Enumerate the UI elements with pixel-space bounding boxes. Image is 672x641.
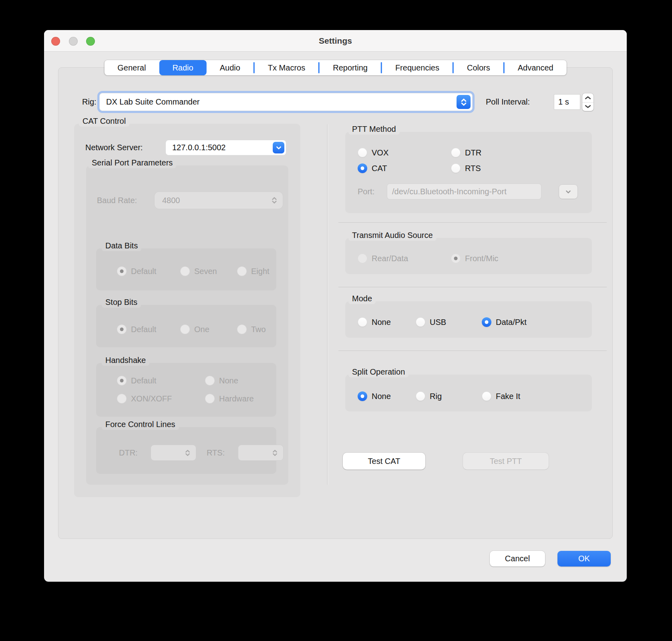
tab-general[interactable]: General [104, 60, 159, 75]
network-server-row: Network Server: [85, 140, 143, 155]
screen: Settings General Radio Audio Tx Macros R… [0, 0, 672, 641]
network-server-label: Network Server: [85, 143, 143, 152]
radio-mode-none[interactable]: None [358, 317, 391, 327]
radio-ptt-dtr[interactable]: DTR [451, 147, 481, 158]
radio-mode-data-pkt[interactable]: Data/Pkt [482, 317, 527, 327]
radio-split-none[interactable]: None [358, 391, 391, 401]
radio-icon [117, 376, 127, 385]
radio-data-bits-default: Default [117, 266, 156, 276]
radio-data-bits-eight: Eight [237, 266, 270, 276]
radio-icon[interactable] [482, 317, 491, 327]
radio-icon[interactable] [451, 148, 461, 157]
section-separator [338, 222, 607, 223]
dtr-row: DTR: [119, 445, 138, 461]
ok-button[interactable]: OK [557, 551, 611, 566]
split-operation-title: Split Operation [348, 366, 408, 377]
radio-data-bits-seven: Seven [180, 266, 217, 276]
stop-bits-title: Stop Bits [102, 296, 141, 308]
mode-title: Mode [348, 293, 376, 304]
radio-ptt-rts[interactable]: RTS [451, 163, 481, 173]
radio-icon[interactable] [358, 148, 367, 157]
data-bits-title: Data Bits [102, 240, 141, 251]
tab-radio[interactable]: Radio [159, 60, 206, 75]
radio-icon[interactable] [358, 163, 367, 173]
cancel-button[interactable]: Cancel [490, 551, 545, 566]
radio-split-fake-it[interactable]: Fake It [482, 391, 520, 401]
ptt-method-title: PTT Method [348, 123, 400, 135]
chevron-up-down-icon [272, 449, 278, 457]
cat-control-title: CAT Control [79, 115, 129, 127]
test-ptt-button: Test PTT [463, 453, 549, 470]
baud-rate-value: 4800 [162, 196, 180, 205]
radio-icon [205, 394, 215, 403]
rig-combo-value: DX Lab Suite Commander [99, 97, 457, 107]
radio-icon[interactable] [416, 317, 425, 327]
radio-icon[interactable] [416, 391, 425, 401]
rig-row: Rig: [82, 93, 97, 111]
radio-stop-bits-default: Default [117, 324, 156, 335]
radio-icon [117, 266, 127, 276]
baud-rate-dropdown: 4800 [154, 191, 283, 209]
radio-icon [180, 266, 190, 276]
tab-audio[interactable]: Audio [207, 60, 254, 75]
radio-icon [237, 266, 247, 276]
section-separator [338, 351, 607, 351]
force-control-lines-title: Force Control Lines [102, 419, 179, 430]
radio-split-rig[interactable]: Rig [416, 391, 442, 401]
radio-icon[interactable] [482, 391, 491, 401]
transmit-audio-source-title: Transmit Audio Source [348, 230, 437, 241]
tab-colors[interactable]: Colors [454, 60, 503, 75]
tab-bar: General Radio Audio Tx Macros Reporting … [104, 60, 566, 75]
radio-stop-bits-one: One [180, 324, 209, 335]
port-field: /dev/cu.Bluetooth-Incoming-Port [387, 183, 541, 200]
baud-rate-row: Baud Rate: [97, 191, 137, 209]
radio-ptt-vox[interactable]: VOX [358, 147, 388, 158]
radio-tas-front-mic: Front/Mic [451, 253, 498, 264]
tab-advanced[interactable]: Advanced [505, 60, 567, 75]
network-server-combo[interactable]: 127.0.0.1:5002 [165, 140, 286, 155]
radio-icon [117, 394, 127, 403]
poll-interval-label: Poll Interval: [486, 97, 530, 107]
handshake-box [96, 363, 276, 417]
tab-reporting[interactable]: Reporting [320, 60, 381, 75]
radio-handshake-default: Default [117, 375, 156, 386]
poll-interval-stepper[interactable] [582, 93, 594, 111]
radio-icon[interactable] [358, 391, 367, 401]
radio-mode-usb[interactable]: USB [416, 317, 446, 327]
radio-handshake-hardware: Hardware [205, 393, 254, 404]
radio-handshake-xon-xoff: XON/XOFF [117, 393, 172, 404]
radio-icon [451, 254, 461, 263]
chevron-up-down-icon[interactable] [457, 95, 471, 109]
radio-stop-bits-two: Two [237, 324, 266, 335]
port-dropdown-button [559, 185, 577, 199]
chevron-down-icon[interactable] [273, 142, 284, 153]
radio-ptt-cat[interactable]: CAT [358, 163, 387, 173]
tab-tx-macros[interactable]: Tx Macros [255, 60, 318, 75]
rig-label: Rig: [82, 97, 97, 107]
tab-frequencies[interactable]: Frequencies [382, 60, 453, 75]
rts-dropdown [238, 445, 284, 461]
port-label: Port: [358, 187, 374, 196]
poll-interval-input[interactable] [554, 94, 580, 110]
titlebar: Settings [44, 30, 627, 52]
section-separator [338, 287, 607, 287]
radio-icon[interactable] [451, 163, 461, 173]
dtr-label: DTR: [119, 448, 138, 458]
radio-icon [205, 376, 215, 385]
port-row: Port: [358, 183, 374, 200]
radio-icon [237, 325, 247, 334]
poll-interval-row: Poll Interval: [486, 93, 530, 111]
radio-handshake-none: None [205, 375, 238, 386]
rts-row: RTS: [207, 445, 225, 461]
stepper-down-icon[interactable] [582, 103, 594, 111]
rig-combo[interactable]: DX Lab Suite Commander [99, 93, 473, 111]
stepper-up-icon[interactable] [582, 93, 594, 103]
chevron-up-down-icon [271, 196, 278, 204]
settings-window: Settings General Radio Audio Tx Macros R… [44, 30, 627, 582]
rts-label: RTS: [207, 448, 225, 458]
dtr-dropdown [151, 445, 196, 461]
port-value: /dev/cu.Bluetooth-Incoming-Port [392, 187, 507, 196]
radio-tas-rear-data: Rear/Data [358, 253, 408, 264]
radio-icon[interactable] [358, 317, 367, 327]
test-cat-button[interactable]: Test CAT [343, 453, 425, 470]
